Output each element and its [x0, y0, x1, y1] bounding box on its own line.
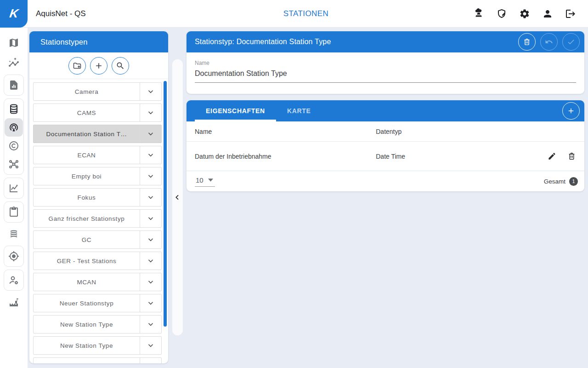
station-type-detail-card: Stationstyp: Documentation Station Type — [187, 31, 584, 94]
station-type-list: Camera CAMS Documentation Station T… ECA… — [29, 79, 168, 363]
total-badge: 1 — [569, 177, 578, 186]
name-field-label: Name — [195, 60, 576, 66]
delete-icon — [523, 38, 531, 46]
expand-button[interactable] — [140, 252, 161, 270]
property-name-cell: Datum der Inbetriebnahme — [195, 153, 376, 160]
station-type-item[interactable]: CAMS — [33, 104, 162, 122]
app-title: AquisNet - QS — [36, 9, 283, 18]
expand-button[interactable] — [140, 83, 161, 100]
add-icon — [567, 107, 575, 115]
expand-button[interactable] — [140, 104, 161, 121]
user-icon[interactable] — [542, 8, 553, 19]
properties-card: EIGENSCHAFTEN KARTE Name Datentyp — [187, 100, 584, 191]
rail-group-stations — [4, 98, 24, 175]
delete-button[interactable] — [518, 33, 536, 51]
page-size-select[interactable]: 10 — [195, 176, 215, 187]
station-type-item[interactable]: GC — [33, 230, 162, 249]
expand-button[interactable] — [140, 210, 161, 227]
create-folder-icon — [73, 61, 82, 70]
station-type-item-selected[interactable]: Documentation Station T… — [33, 125, 162, 143]
chevron-down-icon — [147, 193, 155, 201]
location-icon[interactable] — [5, 247, 23, 265]
properties-table: Name Datentyp Datum der Inbetriebnahme D… — [187, 121, 584, 191]
station-type-item[interactable]: Empty boi — [33, 167, 162, 185]
add-icon — [94, 61, 103, 70]
delete-icon[interactable] — [567, 152, 576, 161]
add-station-type-button[interactable] — [90, 57, 107, 75]
database-icon[interactable] — [5, 100, 23, 118]
edit-icon[interactable] — [548, 152, 556, 161]
tab-karte[interactable]: KARTE — [276, 100, 322, 121]
expand-button[interactable] — [140, 273, 161, 291]
rail-group-chart — [4, 178, 24, 199]
chevron-down-icon — [147, 299, 155, 307]
expand-button[interactable] — [140, 358, 161, 363]
chevron-down-icon — [147, 257, 155, 265]
collapse-panel-handle[interactable] — [172, 59, 183, 335]
station-type-item[interactable]: Ganz frischer Stationstyp — [33, 209, 162, 228]
list-scrollbar[interactable] — [164, 81, 167, 327]
station-type-item[interactable]: Fokus — [33, 188, 162, 207]
station-type-item[interactable]: New Station Type — [33, 336, 162, 355]
page-size-value: 10 — [196, 176, 204, 184]
chevron-down-icon — [147, 236, 155, 244]
castle-icon[interactable] — [5, 293, 23, 311]
station-type-item[interactable]: ECAN — [33, 146, 162, 164]
settings-icon[interactable] — [519, 8, 530, 19]
property-datentyp-cell: Date Time — [376, 153, 521, 160]
logout-icon[interactable] — [565, 8, 576, 19]
stationstypen-title: Stationstypen — [29, 31, 168, 52]
expand-button[interactable] — [140, 316, 161, 333]
broadcast-icon[interactable] — [5, 118, 23, 137]
search-icon — [116, 61, 125, 70]
panel-splitter — [168, 31, 187, 363]
chevron-down-icon — [147, 278, 155, 286]
search-button[interactable] — [112, 57, 129, 75]
station-type-item[interactable]: GER - Test Stations — [33, 252, 162, 270]
expand-button[interactable] — [140, 294, 161, 312]
expand-button[interactable] — [140, 167, 161, 185]
insights-icon[interactable] — [5, 54, 23, 72]
rail-group-users — [4, 270, 24, 291]
chevron-down-icon — [147, 341, 155, 350]
expand-button[interactable] — [140, 146, 161, 164]
undo-icon — [545, 38, 553, 46]
report-icon[interactable] — [5, 76, 23, 94]
map-icon[interactable] — [5, 34, 23, 52]
chart-icon[interactable] — [5, 179, 23, 197]
station-type-item[interactable]: Camera — [33, 82, 162, 101]
topbar: K AquisNet - QS STATIONEN — [0, 0, 588, 28]
dropdown-arrow-icon — [208, 178, 213, 182]
confirm-button[interactable] — [562, 33, 580, 51]
stations-icon[interactable] — [473, 8, 484, 19]
create-folder-button[interactable] — [68, 57, 86, 75]
chevron-down-icon — [147, 214, 155, 223]
list-icon[interactable] — [5, 225, 23, 243]
app-logo: K — [0, 0, 28, 28]
chevron-down-icon — [147, 362, 155, 363]
tab-eigenschaften[interactable]: EIGENSCHAFTEN — [195, 100, 276, 121]
station-type-item[interactable] — [33, 357, 162, 363]
station-type-item[interactable]: Neuer Stationstyp — [33, 294, 162, 312]
detail-area: Stationstyp: Documentation Station Type — [187, 31, 584, 363]
chevron-down-icon — [147, 320, 155, 328]
expand-button[interactable] — [140, 337, 161, 354]
station-type-item[interactable]: MCAN — [33, 273, 162, 291]
hub-icon[interactable] — [5, 155, 23, 173]
page-title: STATIONEN — [283, 9, 328, 18]
expand-button[interactable] — [140, 189, 161, 206]
expand-button[interactable] — [140, 231, 161, 248]
shield-edit-icon[interactable] — [496, 8, 507, 19]
content-area: Stationstypen Camera CAMS Documentation … — [28, 28, 588, 368]
undo-button[interactable] — [540, 33, 558, 51]
clipboard-icon[interactable] — [5, 203, 23, 221]
copyright-icon[interactable] — [5, 137, 23, 155]
chevron-down-icon — [147, 151, 155, 159]
station-type-item[interactable]: New Station Type — [33, 315, 162, 334]
user-settings-icon[interactable] — [5, 271, 23, 289]
properties-tabbar: EIGENSCHAFTEN KARTE — [187, 100, 584, 121]
expand-button[interactable] — [140, 125, 161, 143]
add-property-button[interactable] — [562, 102, 580, 120]
name-input[interactable] — [195, 69, 576, 83]
rail-group-clipboard — [4, 201, 24, 223]
